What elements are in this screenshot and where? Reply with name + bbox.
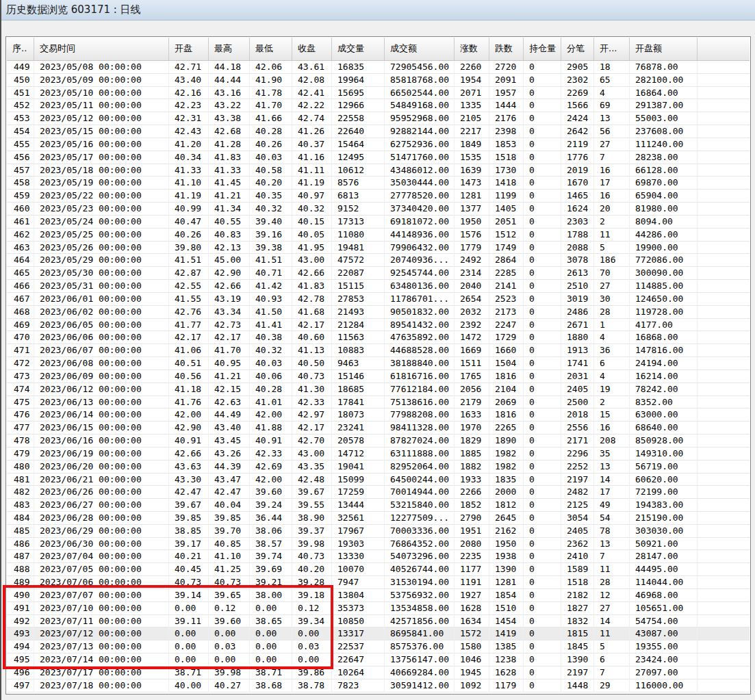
table-row-478[interactable]: 4782023/06/16 00:00:0040.9143.4540.9142.…	[7, 435, 750, 448]
column-header-low[interactable]: 最低	[250, 38, 292, 60]
cell-high: 44.39	[209, 461, 250, 474]
cell-seq: 470	[7, 331, 34, 344]
column-header-amount[interactable]: 成交额	[385, 38, 455, 60]
table-row-494[interactable]: 4942023/07/13 00:00:000.000.030.000.0322…	[7, 640, 750, 653]
table-row-465[interactable]: 4652023/05/30 00:00:0042.8742.9040.7142.…	[7, 267, 750, 280]
table-row-463[interactable]: 4632023/05/26 00:00:0039.8042.1339.3841.…	[7, 242, 750, 255]
table-row-452[interactable]: 4522023/05/11 00:00:0042.2343.2241.7042.…	[7, 99, 750, 112]
table-row-484[interactable]: 4842023/06/28 00:00:0039.8539.8536.4438.…	[7, 512, 750, 525]
table-row-489[interactable]: 4892023/07/06 00:00:0040.7340.7339.2139.…	[7, 576, 750, 589]
table-row-456[interactable]: 4562023/05/17 00:00:0040.3441.8340.0341.…	[7, 151, 750, 164]
cell-open_amount: 68640.00	[630, 422, 698, 435]
table-row-449[interactable]: 4492023/05/08 00:00:0042.7144.1842.0643.…	[7, 61, 750, 74]
cell-time: 2023/06/08 00:00:00	[34, 357, 169, 370]
table-row-477[interactable]: 4772023/06/15 00:00:0042.9043.4041.8842.…	[7, 422, 750, 435]
table-row-464[interactable]: 4642023/05/29 00:00:0041.5145.0041.5143.…	[7, 254, 750, 267]
table-row-491[interactable]: 4912023/07/10 00:00:000.000.120.000.1235…	[7, 602, 750, 615]
column-header-high[interactable]: 最高	[209, 38, 250, 60]
table-row-460[interactable]: 4602023/05/23 00:00:0040.9941.3440.3240.…	[7, 203, 750, 216]
cell-open_trunc: 20	[594, 203, 630, 216]
table-row-492[interactable]: 4922023/07/11 00:00:0039.1139.6038.6539.…	[7, 615, 750, 628]
table-row-470[interactable]: 4702023/06/06 00:00:0042.1742.1740.3840.…	[7, 331, 750, 344]
cell-seq: 486	[7, 538, 34, 551]
column-header-ticks[interactable]: 分笔	[561, 38, 594, 60]
table-row-472[interactable]: 4722023/06/08 00:00:0040.5140.9540.0340.…	[7, 357, 750, 370]
table-row-457[interactable]: 4572023/05/18 00:00:0041.3341.3340.5841.…	[7, 164, 750, 177]
table-row-482[interactable]: 4822023/06/26 00:00:0042.4742.4739.6039.…	[7, 486, 750, 499]
table-row-485[interactable]: 4852023/06/29 00:00:0038.8539.7038.0639.…	[7, 525, 750, 538]
table-row-462[interactable]: 4622023/05/25 00:00:0040.2640.8339.1640.…	[7, 229, 750, 242]
table-row-497[interactable]: 4972023/07/18 00:00:0040.0040.2738.6838.…	[7, 679, 750, 692]
cell-up_count: 1580	[455, 640, 489, 653]
table-row-475[interactable]: 4752023/06/13 00:00:0041.7642.6341.0142.…	[7, 396, 750, 409]
cell-open_trunc: 16	[594, 190, 630, 203]
table-row-474[interactable]: 4742023/06/12 00:00:0041.1842.1540.2841.…	[7, 383, 750, 396]
table-row-455[interactable]: 4552023/05/16 00:00:0041.2041.2840.2640.…	[7, 138, 750, 151]
table-row-450[interactable]: 4502023/05/09 00:00:0043.4044.4441.9042.…	[7, 74, 750, 87]
cell-down_count: 1504	[489, 357, 524, 370]
table-row-483[interactable]: 4832023/06/27 00:00:0039.6740.0439.2439.…	[7, 499, 750, 512]
table-row-466[interactable]: 4662023/05/31 00:00:0042.5542.6641.4241.…	[7, 280, 750, 293]
table-row-493[interactable]: 4932023/07/12 00:00:000.000.000.000.0013…	[7, 627, 750, 640]
cell-close: 41.68	[292, 306, 332, 319]
column-header-time[interactable]: 交易时间	[34, 38, 169, 60]
column-header-seq[interactable]: 序..	[7, 38, 34, 60]
cell-ticks: 2486	[561, 306, 594, 319]
table-row-481[interactable]: 4812023/06/21 00:00:0043.3043.4742.0042.…	[7, 474, 750, 487]
table-row-488[interactable]: 4882023/07/05 00:00:0040.4541.2539.6940.…	[7, 563, 750, 576]
cell-volume: 12495	[332, 151, 385, 164]
cell-open: 42.55	[169, 280, 209, 293]
table-row-480[interactable]: 4802023/06/20 00:00:0043.6344.3942.6943.…	[7, 461, 750, 474]
cell-open_interest: 0	[524, 99, 561, 112]
cell-seq: 468	[7, 306, 34, 319]
column-header-open[interactable]: 开盘	[169, 38, 209, 60]
cell-amount: 62752936.00	[385, 138, 455, 151]
cell-open_interest: 0	[524, 383, 561, 396]
cell-ticks: 2362	[561, 538, 594, 551]
column-header-open_amount[interactable]: 开盘额	[630, 38, 698, 60]
column-header-down_count[interactable]: 跌数	[489, 38, 524, 60]
cell-open_interest: 0	[524, 87, 561, 100]
cell-open_interest: 0	[524, 216, 561, 229]
cell-seq: 458	[7, 177, 34, 190]
cell-down_count: 1238	[489, 653, 524, 666]
table-row-459[interactable]: 4592023/05/22 00:00:0041.1941.2140.3540.…	[7, 190, 750, 203]
table-row-495[interactable]: 4952023/07/14 00:00:000.000.000.000.0022…	[7, 653, 750, 666]
table-body[interactable]: 4492023/05/08 00:00:0042.7144.1842.0643.…	[7, 61, 750, 692]
cell-close: 40.97	[292, 190, 332, 203]
table-row-487[interactable]: 4872023/07/04 00:00:0040.2141.1039.7440.…	[7, 550, 750, 563]
table-row-451[interactable]: 4512023/05/10 00:00:0042.1643.1641.7842.…	[7, 87, 750, 100]
cell-open_trunc: 65	[594, 74, 630, 87]
table-row-490[interactable]: 4902023/07/07 00:00:0039.1439.6538.0039.…	[7, 589, 750, 602]
cell-seq: 472	[7, 357, 34, 370]
table-row-476[interactable]: 4762023/06/14 00:00:0042.0044.4942.0042.…	[7, 409, 750, 422]
column-header-up_count[interactable]: 涨数	[455, 38, 489, 60]
cell-high: 43.16	[209, 87, 250, 100]
table-row-486[interactable]: 4862023/06/30 00:00:0039.1740.8538.5739.…	[7, 538, 750, 551]
cell-up_count: 2071	[455, 87, 489, 100]
cell-open_amount: 76878.00	[630, 61, 698, 74]
column-header-volume[interactable]: 成交量	[332, 38, 385, 60]
table-row-468[interactable]: 4682023/06/02 00:00:0042.7643.3441.5041.…	[7, 306, 750, 319]
column-header-close[interactable]: 收盘	[292, 38, 332, 60]
cell-open: 40.51	[169, 357, 209, 370]
column-header-open_trunc[interactable]: 开...	[594, 38, 630, 60]
table-row-473[interactable]: 4732023/06/09 00:00:0040.5641.2140.0640.…	[7, 370, 750, 383]
table-row-479[interactable]: 4792023/06/19 00:00:0042.6643.2642.3343.…	[7, 448, 750, 461]
cell-up_count: 1572	[455, 627, 489, 640]
table-row-461[interactable]: 4612023/05/24 00:00:0040.4740.5539.4040.…	[7, 216, 750, 229]
cell-volume: 22558	[332, 112, 385, 125]
cell-up_count: 1882	[455, 461, 489, 474]
column-header-open_interest[interactable]: 持仓量	[524, 38, 561, 60]
table-row-458[interactable]: 4582023/05/19 00:00:0041.1041.4540.2041.…	[7, 177, 750, 190]
cell-volume: 22640	[332, 125, 385, 138]
cell-time: 2023/05/22 00:00:00	[34, 190, 169, 203]
table-row-467[interactable]: 4672023/06/01 00:00:0041.5543.1940.9342.…	[7, 293, 750, 306]
table-row-453[interactable]: 4532023/05/12 00:00:0042.3143.3841.6642.…	[7, 112, 750, 125]
table-row-471[interactable]: 4712023/06/07 00:00:0041.0641.7040.3241.…	[7, 344, 750, 357]
table-row-496[interactable]: 4962023/07/17 00:00:0038.7139.9838.7139.…	[7, 666, 750, 679]
cell-amount: 12277509...	[385, 512, 455, 525]
table-row-454[interactable]: 4542023/05/15 00:00:0042.4342.6840.2841.…	[7, 125, 750, 138]
cell-amount: 95952968.00	[385, 112, 455, 125]
table-row-469[interactable]: 4692023/06/05 00:00:0041.7742.7341.4142.…	[7, 319, 750, 332]
